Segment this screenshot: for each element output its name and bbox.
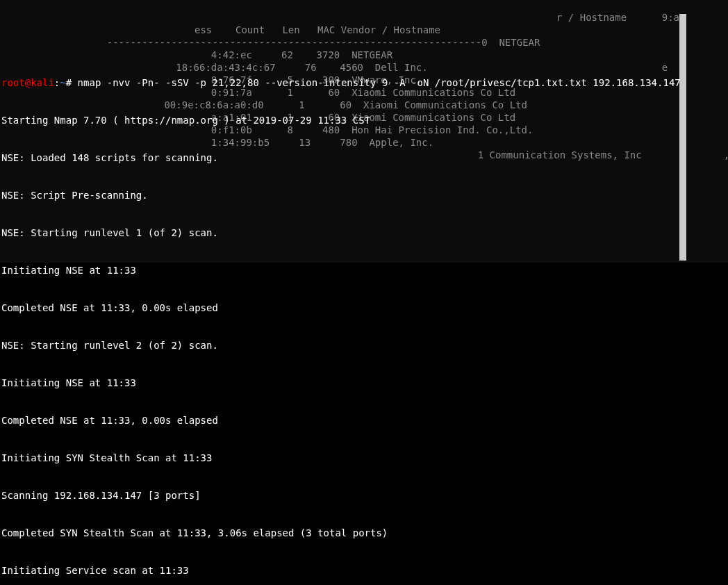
output-line: Scanning 192.168.134.147 [3 ports]	[1, 489, 727, 502]
prompt-user: root@kali	[1, 77, 54, 88]
terminal-output[interactable]: root@kali:~# nmap -nvv -Pn- -sSV -p 21,2…	[1, 51, 727, 585]
output-line: Initiating SYN Stealth Scan at 11:33	[1, 452, 727, 464]
output-line: Initiating Service scan at 11:33	[1, 564, 727, 577]
output-line: NSE: Script Pre-scanning.	[1, 189, 727, 201]
command-text: nmap -nvv -Pn- -sSV -p 21,22,80 --versio…	[78, 77, 681, 88]
output-line: Completed NSE at 11:33, 0.00s elapsed	[1, 302, 727, 314]
prompt-path: ~	[60, 77, 65, 88]
output-line: Completed SYN Stealth Scan at 11:33, 3.0…	[1, 527, 727, 539]
output-line: Initiating NSE at 11:33	[1, 377, 727, 389]
prompt-hash: #	[66, 77, 78, 88]
output-line: NSE: Starting runlevel 1 (of 2) scan.	[1, 226, 727, 239]
prompt-line[interactable]: root@kali:~# nmap -nvv -Pn- -sSV -p 21,2…	[1, 76, 727, 89]
terminal-window[interactable]: r / Hostname 9:a ess Count Len MAC Vendo…	[0, 0, 728, 585]
output-line: Initiating NSE at 11:33	[1, 264, 727, 277]
output-line: NSE: Starting runlevel 2 (of 2) scan.	[1, 339, 727, 352]
bg-header-mid: ess Count Len MAC Vendor / Hostname	[195, 24, 440, 36]
bg-header-right: r / Hostname 9:a	[556, 11, 679, 24]
output-line: Completed NSE at 11:33, 0.00s elapsed	[1, 414, 727, 427]
bg-header-dash: ----------------------------------------…	[83, 36, 540, 49]
output-line: Starting Nmap 7.70 ( https://nmap.org ) …	[1, 114, 727, 126]
output-line: NSE: Loaded 148 scripts for scanning.	[1, 151, 727, 164]
